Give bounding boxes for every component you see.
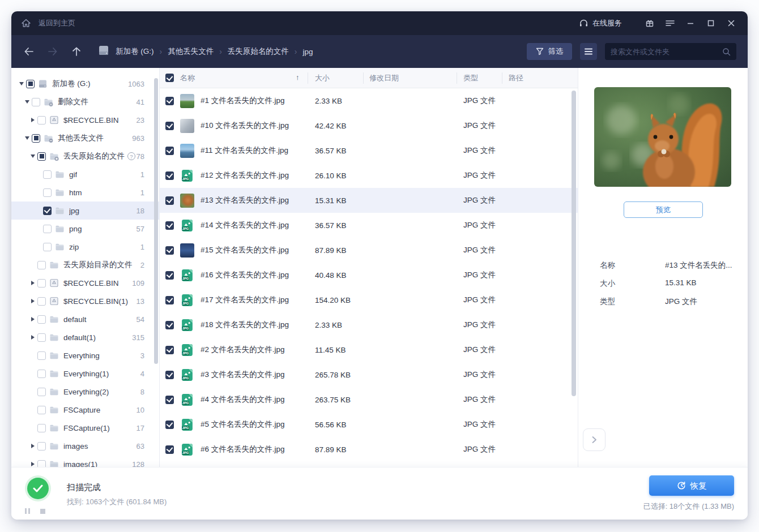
back-icon[interactable]	[23, 45, 35, 58]
sidebar-item-images-1-[interactable]: images(1)128	[11, 455, 159, 467]
breadcrumb-item[interactable]: 其他丢失文件	[168, 46, 214, 57]
tree-checkbox[interactable]	[37, 297, 46, 306]
forward-icon[interactable]	[46, 45, 59, 58]
tree-expand-icon[interactable]	[28, 335, 37, 340]
filter-button[interactable]: 筛选	[527, 43, 572, 60]
tree-checkbox[interactable]	[43, 188, 52, 197]
collapse-panel-button[interactable]	[583, 428, 606, 451]
tree-collapse-icon[interactable]	[17, 82, 26, 85]
tree-expand-icon[interactable]	[28, 462, 37, 466]
file-checkbox[interactable]	[165, 221, 174, 230]
tree-checkbox[interactable]	[37, 370, 46, 378]
preview-button[interactable]: 预览	[624, 201, 703, 218]
home-icon[interactable]	[20, 18, 32, 29]
file-checkbox[interactable]	[165, 445, 174, 454]
tree-checkbox[interactable]	[26, 80, 35, 88]
tree-checkbox[interactable]	[37, 152, 46, 161]
file-checkbox[interactable]	[165, 147, 174, 155]
search-icon[interactable]	[722, 48, 731, 56]
sidebar-item-everything-2-[interactable]: Everything(2)8	[11, 383, 159, 401]
tree-checkbox[interactable]	[37, 406, 46, 414]
tree-checkbox[interactable]	[43, 207, 52, 215]
tree-expand-icon[interactable]	[28, 281, 37, 285]
sidebar-item-everything-1-[interactable]: Everything(1)4	[11, 364, 159, 383]
breadcrumb-item[interactable]: 丢失原始名的文件	[228, 46, 289, 57]
file-checkbox[interactable]	[165, 396, 174, 404]
pause-icon[interactable]	[25, 508, 30, 514]
file-row[interactable]: #15 文件名丢失的文件.jpg87.89 KBJPG 文件	[160, 238, 578, 263]
file-row[interactable]: #1 文件名丢失的文件.jpg2.33 KBJPG 文件	[160, 88, 578, 113]
file-checkbox[interactable]	[165, 171, 174, 180]
sidebar-item-default-1-[interactable]: default(1)315	[11, 328, 159, 346]
tree-collapse-icon[interactable]	[23, 100, 32, 104]
tree-checkbox[interactable]	[37, 460, 46, 467]
sidebar-item--[interactable]: 其他丢失文件963	[11, 129, 159, 147]
gift-icon[interactable]	[642, 16, 657, 31]
sidebar-scrollbar[interactable]	[154, 78, 158, 364]
file-checkbox[interactable]	[165, 271, 174, 280]
tree-expand-icon[interactable]	[28, 444, 37, 448]
file-checkbox[interactable]	[165, 321, 174, 329]
tree-expand-icon[interactable]	[28, 118, 37, 122]
sidebar-item--g-[interactable]: 新加卷 (G:)1063	[11, 75, 159, 93]
stop-icon[interactable]	[40, 509, 45, 514]
file-row[interactable]: #10 文件名丢失的文件.jpg42.42 KBJPG 文件	[160, 113, 578, 138]
file-row[interactable]: JPG#5 文件名丢失的文件.jpg56.56 KBJPG 文件	[160, 412, 578, 437]
sidebar-item-gif[interactable]: gif1	[11, 165, 159, 183]
maximize-button[interactable]	[703, 16, 718, 31]
close-button[interactable]	[724, 16, 739, 31]
sidebar-item-images[interactable]: images63	[11, 437, 159, 455]
file-checkbox[interactable]	[165, 371, 174, 379]
file-row[interactable]: JPG#3 文件名丢失的文件.jpg265.78 KBJPG 文件	[160, 362, 578, 387]
file-row[interactable]: JPG#2 文件名丢失的文件.jpg11.45 KBJPG 文件	[160, 337, 578, 362]
file-row[interactable]: JPG#18 文件名丢失的文件.jpg2.33 KBJPG 文件	[160, 312, 578, 337]
file-checkbox[interactable]	[165, 97, 174, 105]
sidebar-item-jpg[interactable]: jpg18	[11, 201, 159, 220]
file-list-scrollbar[interactable]	[572, 91, 576, 396]
sidebar-item-fscapture[interactable]: FSCapture10	[11, 401, 159, 419]
online-service-button[interactable]: 在线服务	[579, 18, 622, 28]
sidebar-item-default[interactable]: default54	[11, 310, 159, 328]
tree-checkbox[interactable]	[37, 388, 46, 396]
minimize-button[interactable]	[683, 16, 698, 31]
tree-checkbox[interactable]	[37, 351, 46, 360]
column-header-name[interactable]: 名称	[180, 68, 195, 88]
sidebar-item--[interactable]: 删除文件41	[11, 93, 159, 111]
sidebar-item-png[interactable]: png57	[11, 220, 159, 238]
tree-checkbox[interactable]	[37, 442, 46, 451]
sidebar-item--[interactable]: 丢失原始目录的文件2	[11, 256, 159, 274]
tree-checkbox[interactable]	[37, 261, 46, 269]
column-header-size[interactable]: 大小	[315, 68, 330, 88]
sidebar-item-zip[interactable]: zip1	[11, 238, 159, 256]
sidebar-item--recycle-bin[interactable]: $RECYCLE.BIN23	[11, 111, 159, 129]
sort-ascending-icon[interactable]: ↑	[296, 73, 300, 81]
tree-checkbox[interactable]	[32, 98, 40, 106]
sidebar-item-everything[interactable]: Everything3	[11, 346, 159, 364]
sidebar-item-fscapture-1-[interactable]: FSCapture(1)17	[11, 419, 159, 437]
file-row[interactable]: JPG#14 文件名丢失的文件.jpg36.57 KBJPG 文件	[160, 213, 578, 238]
tree-collapse-icon[interactable]	[28, 155, 37, 158]
up-icon[interactable]	[70, 45, 83, 58]
sidebar-item--[interactable]: 丢失原始名的文件?78	[11, 147, 159, 165]
help-icon[interactable]: ?	[127, 152, 135, 160]
tree-checkbox[interactable]	[43, 243, 52, 251]
column-header-path[interactable]: 路径	[509, 68, 523, 88]
tree-checkbox[interactable]	[37, 116, 46, 125]
tree-expand-icon[interactable]	[28, 299, 37, 303]
column-header-type[interactable]: 类型	[463, 68, 478, 88]
tree-checkbox[interactable]	[37, 333, 46, 342]
file-checkbox[interactable]	[165, 346, 174, 354]
breadcrumb-item[interactable]: 新加卷 (G:)	[116, 46, 154, 57]
file-row[interactable]: JPG#16 文件名丢失的文件.jpg40.48 KBJPG 文件	[160, 263, 578, 288]
file-checkbox[interactable]	[165, 246, 174, 255]
file-checkbox[interactable]	[165, 122, 174, 130]
file-row[interactable]: #13 文件名丢失的文件.jpg15.31 KBJPG 文件	[160, 188, 578, 213]
view-options-button[interactable]	[580, 43, 597, 60]
tree-checkbox[interactable]	[37, 424, 46, 432]
sidebar-item-htm[interactable]: htm1	[11, 183, 159, 201]
select-all-checkbox[interactable]	[165, 74, 174, 82]
sidebar-item--recycle-bin[interactable]: $RECYCLE.BIN109	[11, 274, 159, 292]
back-home-button[interactable]: 返回到主页	[39, 18, 75, 28]
tree-checkbox[interactable]	[43, 225, 52, 233]
tree-checkbox[interactable]	[37, 279, 46, 288]
